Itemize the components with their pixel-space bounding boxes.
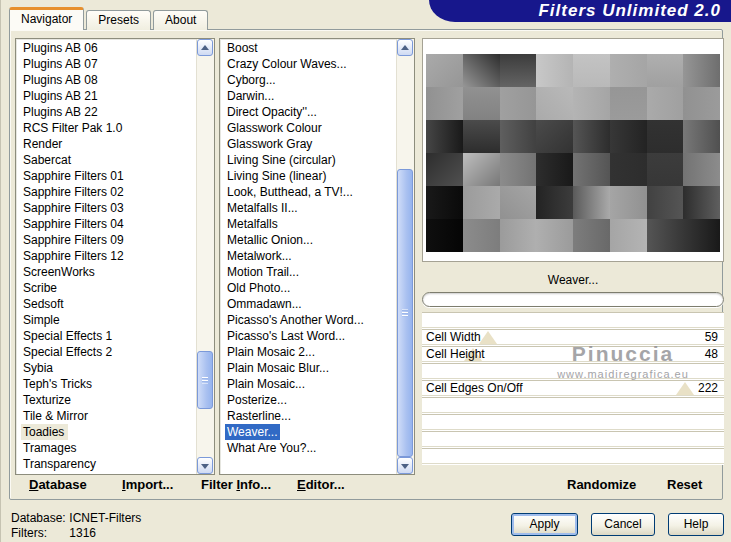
list-item[interactable]: Scribe [21, 280, 197, 296]
list-item[interactable]: Rasterline... [225, 408, 397, 424]
tab-presets[interactable]: Presets [86, 10, 151, 30]
scrollbar-thumb[interactable] [397, 169, 413, 457]
list-item[interactable]: Weaver... [225, 424, 280, 440]
list-item[interactable]: Sapphire Filters 09 [21, 232, 197, 248]
list-item[interactable]: Texturize [21, 392, 197, 408]
preview-cell [536, 120, 573, 153]
preview-cell [573, 153, 610, 186]
list-item[interactable]: Plugins AB 07 [21, 56, 197, 72]
list-item[interactable]: Old Photo... [225, 280, 397, 296]
list-item[interactable]: Crazy Colour Waves... [225, 56, 397, 72]
list-item[interactable]: Darwin... [225, 88, 397, 104]
tab-about[interactable]: About [153, 10, 208, 30]
scroll-down-button[interactable] [397, 457, 413, 474]
list-item[interactable]: Picasso's Last Word... [225, 328, 397, 344]
help-button[interactable]: Help [668, 513, 724, 536]
slider-empty[interactable] [422, 397, 724, 413]
list-item[interactable]: Plugins AB 22 [21, 104, 197, 120]
list-item[interactable]: Sapphire Filters 02 [21, 184, 197, 200]
list-item[interactable]: Transparency [21, 456, 197, 472]
scrollbar-thumb[interactable] [197, 351, 213, 409]
filter-listbox[interactable]: BoostCrazy Colour Waves...Cyborg...Darwi… [219, 38, 415, 475]
list-item[interactable]: Plain Mosaic... [225, 376, 397, 392]
preview-cell [647, 219, 684, 252]
preview-cell [683, 186, 720, 219]
apply-button[interactable]: Apply [511, 513, 578, 536]
list-item[interactable]: Plain Mosaic 2... [225, 344, 397, 360]
list-item[interactable]: Plugins AB 21 [21, 88, 197, 104]
filters-unlimited-dialog: { "window": { "title": "Filters Unlimite… [0, 0, 731, 542]
list-item[interactable]: Render [21, 136, 197, 152]
preview-cell [610, 186, 647, 219]
list-item[interactable]: RCS Filter Pak 1.0 [21, 120, 197, 136]
list-item[interactable]: Sapphire Filters 03 [21, 200, 197, 216]
category-scrollbar[interactable] [196, 39, 214, 474]
list-item[interactable]: Toadies [21, 424, 68, 440]
list-item[interactable]: Teph's Tricks [21, 376, 197, 392]
list-item[interactable]: Glasswork Colour [225, 120, 397, 136]
list-item[interactable]: Special Effects 1 [21, 328, 197, 344]
list-item[interactable]: Sabercat [21, 152, 197, 168]
list-item[interactable]: Direct Opacity''... [225, 104, 397, 120]
slider-empty[interactable] [422, 448, 724, 464]
category-listbox[interactable]: Plugins AB 06Plugins AB 07Plugins AB 08P… [15, 38, 215, 475]
slider-empty[interactable] [422, 431, 724, 447]
list-item[interactable]: Plugins AB 08 [21, 72, 197, 88]
list-item[interactable]: Glasswork Gray [225, 136, 397, 152]
preview-cell [463, 153, 500, 186]
list-item[interactable]: Living Sine (circular) [225, 152, 397, 168]
list-item[interactable]: Tramages [21, 440, 197, 456]
slider-value: 222 [698, 381, 718, 395]
list-item[interactable]: Special Effects 2 [21, 344, 197, 360]
preview-cell [463, 219, 500, 252]
scroll-down-button[interactable] [197, 457, 213, 474]
watermark-name: Pinuccia [472, 342, 731, 366]
tab-navigator[interactable]: Navigator [9, 7, 84, 30]
randomize-button[interactable]: Randomize [567, 477, 636, 492]
list-item[interactable]: Sapphire Filters 12 [21, 248, 197, 264]
list-item[interactable]: Tile & Mirror [21, 408, 197, 424]
chevron-down-icon [201, 464, 209, 469]
slider-empty[interactable] [422, 414, 724, 430]
preview-cell [426, 153, 463, 186]
list-item[interactable]: Sedsoft [21, 296, 197, 312]
list-item[interactable]: Plugins AB 06 [21, 40, 197, 56]
list-item[interactable]: Ommadawn... [225, 296, 397, 312]
list-item[interactable]: Plain Mosaic Blur... [225, 360, 397, 376]
preview-cell [573, 120, 610, 153]
slider-thumb-icon[interactable] [676, 382, 694, 395]
list-item[interactable]: Posterize... [225, 392, 397, 408]
list-item[interactable]: Sapphire Filters 04 [21, 216, 197, 232]
preview-cell [463, 54, 500, 87]
list-item[interactable]: Metalfalls [225, 216, 397, 232]
preview-cell [426, 186, 463, 219]
scroll-up-button[interactable] [397, 39, 413, 56]
editor-button[interactable]: Editor... [297, 477, 345, 492]
slider-empty[interactable] [422, 312, 724, 328]
list-item[interactable]: What Are You?... [225, 440, 397, 456]
list-item[interactable]: Motion Trail... [225, 264, 397, 280]
status-filters-label: Filters: [11, 526, 66, 540]
import-button[interactable]: Import... [122, 477, 173, 492]
slider-cell-edges-on-off[interactable]: Cell Edges On/Off222 [422, 380, 724, 396]
filter-scrollbar[interactable] [396, 39, 414, 474]
cancel-button[interactable]: Cancel [591, 513, 655, 536]
database-button[interactable]: Database [29, 477, 87, 492]
preview-cell [426, 87, 463, 120]
list-item[interactable]: Metalwork... [225, 248, 397, 264]
filter-info-button[interactable]: Filter Info... [201, 477, 271, 492]
list-item[interactable]: Boost [225, 40, 397, 56]
reset-button[interactable]: Reset [667, 477, 702, 492]
list-item[interactable]: Sapphire Filters 01 [21, 168, 197, 184]
list-item[interactable]: Metalfalls II... [225, 200, 397, 216]
list-item[interactable]: Cyborg... [225, 72, 397, 88]
list-item[interactable]: ScreenWorks [21, 264, 197, 280]
list-item[interactable]: Sybia [21, 360, 197, 376]
list-item[interactable]: Simple [21, 312, 197, 328]
list-item[interactable]: Living Sine (linear) [225, 168, 397, 184]
list-item[interactable]: Look, Butthead, a TV!... [225, 184, 397, 200]
preview-cell [463, 186, 500, 219]
list-item[interactable]: Picasso's Another Word... [225, 312, 397, 328]
scroll-up-button[interactable] [197, 39, 213, 56]
list-item[interactable]: Metallic Onion... [225, 232, 397, 248]
